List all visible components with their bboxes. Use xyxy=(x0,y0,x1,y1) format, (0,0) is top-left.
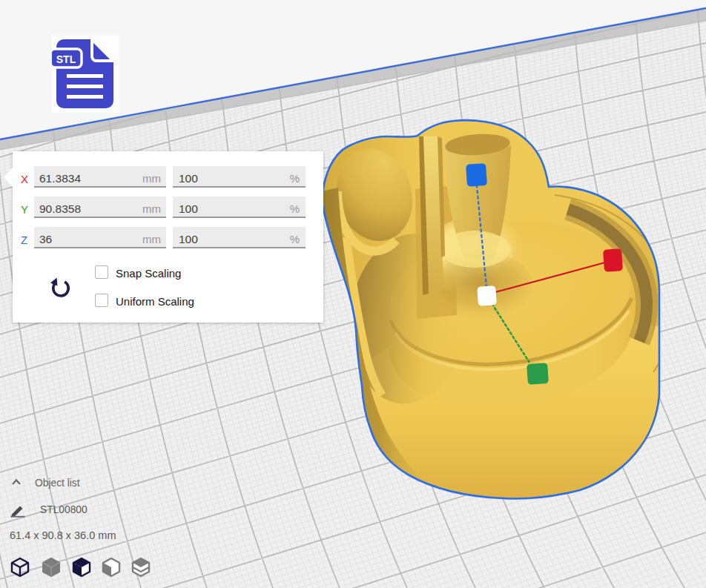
svg-text:STL: STL xyxy=(56,53,76,65)
